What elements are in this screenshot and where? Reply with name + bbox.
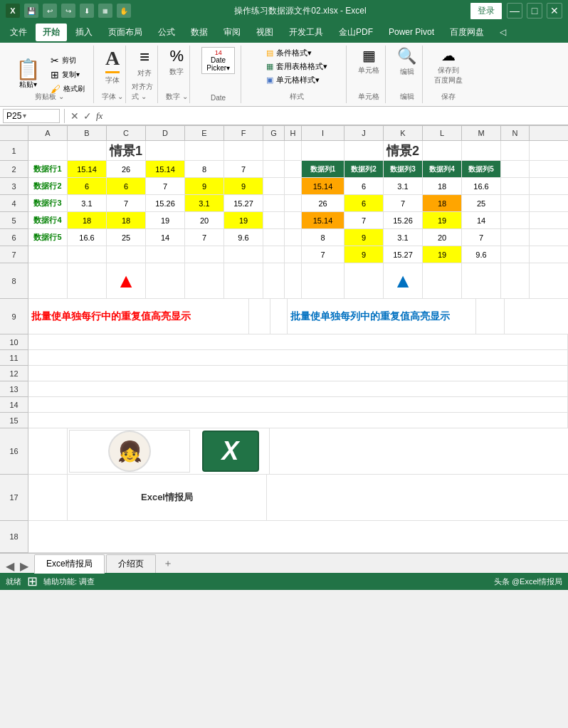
row-18-header[interactable]: 18 (0, 521, 28, 553)
cell-L3[interactable]: 18 (423, 178, 462, 194)
cell-K4[interactable]: 7 (384, 195, 423, 211)
row-1-header[interactable]: 1 (0, 141, 28, 161)
menu-more[interactable]: ◁ (493, 24, 513, 40)
conditional-format-button[interactable]: ▤ 条件格式▾ (263, 47, 315, 59)
cell-L6[interactable]: 20 (423, 229, 462, 246)
close-button[interactable]: ✕ (547, 3, 562, 19)
cell-style-button[interactable]: ▣ 单元格样式▾ (263, 74, 322, 86)
cell-M3[interactable]: 16.6 (462, 178, 501, 194)
cell-A1[interactable] (28, 141, 68, 160)
cell-D3[interactable]: 7 (146, 178, 185, 194)
insert-function-icon[interactable]: fx (95, 110, 104, 122)
cell-M7[interactable]: 9.6 (462, 246, 501, 263)
menu-jinshan[interactable]: 金山PDF (332, 23, 380, 41)
cell-F4[interactable]: 15.27 (224, 195, 263, 211)
row-7-header[interactable]: 7 (0, 246, 28, 263)
row-4-header[interactable]: 4 (0, 195, 28, 212)
cell-B5[interactable]: 18 (68, 212, 107, 228)
status-zoom-icon[interactable]: ⊞ (27, 574, 38, 589)
add-sheet-button[interactable]: ＋ (157, 554, 179, 573)
cell-H2[interactable] (285, 161, 302, 177)
cell-J1[interactable] (345, 141, 384, 160)
confirm-formula-icon[interactable]: ✓ (82, 110, 93, 122)
col-E[interactable]: E (185, 126, 224, 140)
cell-N5[interactable] (501, 212, 530, 228)
cell-J5[interactable]: 7 (345, 212, 384, 228)
cell-E7[interactable] (185, 246, 224, 263)
cell-B7[interactable] (68, 246, 107, 263)
cell-I1[interactable] (302, 141, 345, 160)
touch-toolbar-icon[interactable]: ✋ (117, 4, 131, 18)
col-L[interactable]: L (423, 126, 462, 140)
cell-G4[interactable] (263, 195, 285, 211)
row-6-header[interactable]: 6 (0, 229, 28, 246)
login-button[interactable]: 登录 (470, 2, 503, 20)
cell-A5[interactable]: 数据行4 (28, 212, 68, 228)
menu-insert[interactable]: 插入 (68, 23, 100, 41)
cell-H6[interactable] (285, 229, 302, 246)
cell-L5[interactable]: 19 (423, 212, 462, 228)
cell-K2[interactable]: 数据列3 (384, 161, 423, 177)
cell-N3[interactable] (501, 178, 530, 194)
cell-C2[interactable]: 26 (107, 161, 146, 177)
row-11-header[interactable]: 11 (0, 350, 28, 366)
cell-K5[interactable]: 15.26 (384, 212, 423, 228)
cell-N2[interactable] (501, 161, 530, 177)
col-N[interactable]: N (501, 126, 530, 140)
cell-K7[interactable]: 15.27 (384, 246, 423, 263)
cell-F3[interactable]: 9 (224, 178, 263, 194)
col-I[interactable]: I (302, 126, 345, 140)
cell-F1[interactable] (224, 141, 263, 160)
cell-E5[interactable]: 20 (185, 212, 224, 228)
cell-H7[interactable] (285, 246, 302, 263)
cell-H4[interactable] (285, 195, 302, 211)
menu-file[interactable]: 文件 (3, 23, 34, 41)
copy-button[interactable]: ⊞复制▾ (48, 68, 88, 81)
cell-F7[interactable] (224, 246, 263, 263)
cell-I7[interactable]: 7 (302, 246, 345, 263)
cell-I2[interactable]: 数据列1 (302, 161, 345, 177)
col-G[interactable]: G (263, 126, 285, 140)
col-A[interactable]: A (28, 126, 68, 140)
row-2-header[interactable]: 2 (0, 161, 28, 178)
row-8-header[interactable]: 8 (0, 263, 28, 299)
cell-D1[interactable] (146, 141, 185, 160)
col-F[interactable]: F (224, 126, 263, 140)
cell-N6[interactable] (501, 229, 530, 246)
cell-L1[interactable] (423, 141, 462, 160)
cell-H3[interactable] (285, 178, 302, 194)
cell-N4[interactable] (501, 195, 530, 211)
table-format-button[interactable]: ▦ 套用表格格式▾ (263, 60, 330, 73)
cell-L2[interactable]: 数据列4 (423, 161, 462, 177)
cell-C5[interactable]: 18 (107, 212, 146, 228)
menu-review[interactable]: 审阅 (216, 23, 248, 41)
cell-G8[interactable] (263, 263, 285, 298)
row-3-header[interactable]: 3 (0, 178, 28, 195)
cell-B4[interactable]: 3.1 (68, 195, 107, 211)
col-K[interactable]: K (384, 126, 423, 140)
cell-A6[interactable]: 数据行5 (28, 229, 68, 246)
cell-I6[interactable]: 8 (302, 229, 345, 246)
cell-A2[interactable]: 数据行1 (28, 161, 68, 177)
cell-M1[interactable] (462, 141, 501, 160)
cell-B2[interactable]: 15.14 (68, 161, 107, 177)
cell-E2[interactable]: 8 (185, 161, 224, 177)
cell-M4[interactable]: 25 (462, 195, 501, 211)
maximize-button[interactable]: □ (527, 3, 542, 19)
col-C[interactable]: C (107, 126, 146, 140)
cell-I4[interactable]: 26 (302, 195, 345, 211)
cell-J7[interactable]: 9 (345, 246, 384, 263)
col-H[interactable]: H (285, 126, 302, 140)
cell-A8[interactable] (28, 263, 68, 298)
cell-J4[interactable]: 6 (345, 195, 384, 211)
cell-A4[interactable]: 数据行3 (28, 195, 68, 211)
cell-N7[interactable] (501, 246, 530, 263)
cell-H8[interactable] (285, 263, 302, 298)
cell-N1[interactable] (501, 141, 530, 160)
cell-E8[interactable] (185, 263, 224, 298)
cell-K1[interactable]: 情景2 (384, 141, 423, 160)
layout-toolbar-icon[interactable]: ▦ (98, 4, 112, 18)
minimize-button[interactable]: — (507, 3, 522, 19)
menu-page-layout[interactable]: 页面布局 (101, 23, 149, 41)
cell-C6[interactable]: 25 (107, 229, 146, 246)
